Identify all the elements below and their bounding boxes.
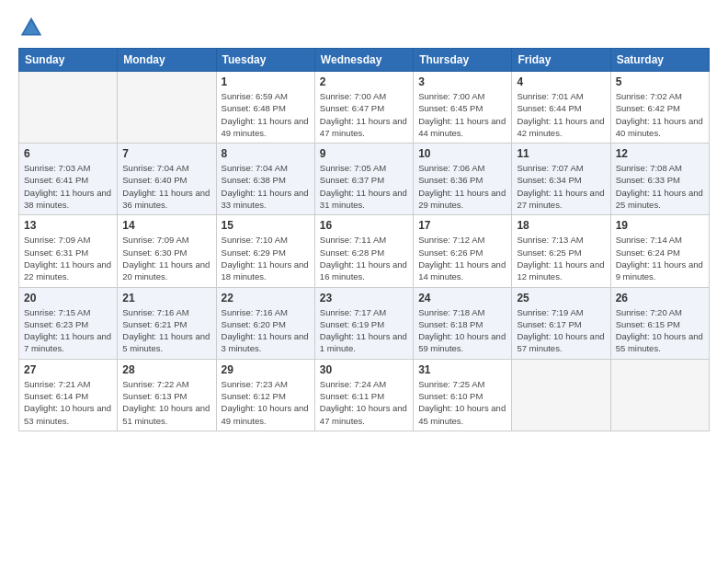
- day-number: 23: [320, 292, 408, 304]
- calendar-cell: 12Sunrise: 7:08 AM Sunset: 6:33 PM Dayli…: [610, 144, 709, 215]
- weekday-header-friday: Friday: [512, 49, 610, 72]
- calendar-cell: 8Sunrise: 7:04 AM Sunset: 6:38 PM Daylig…: [216, 144, 314, 215]
- day-info: Sunrise: 7:16 AM Sunset: 6:21 PM Dayligh…: [122, 306, 210, 355]
- week-row-1: 1Sunrise: 6:59 AM Sunset: 6:48 PM Daylig…: [19, 72, 710, 144]
- day-info: Sunrise: 7:10 AM Sunset: 6:29 PM Dayligh…: [222, 234, 310, 282]
- calendar-cell: 5Sunrise: 7:02 AM Sunset: 6:42 PM Daylig…: [610, 72, 709, 144]
- calendar-cell: 16Sunrise: 7:11 AM Sunset: 6:28 PM Dayli…: [314, 215, 413, 287]
- weekday-header-saturday: Saturday: [610, 49, 709, 72]
- day-number: 14: [122, 219, 210, 232]
- day-info: Sunrise: 7:18 AM Sunset: 6:18 PM Dayligh…: [418, 306, 506, 355]
- day-info: Sunrise: 7:24 AM Sunset: 6:11 PM Dayligh…: [320, 378, 408, 427]
- calendar-cell: 25Sunrise: 7:19 AM Sunset: 6:17 PM Dayli…: [512, 287, 610, 359]
- day-info: Sunrise: 7:21 AM Sunset: 6:14 PM Dayligh…: [24, 378, 112, 427]
- weekday-header-wednesday: Wednesday: [314, 49, 413, 72]
- calendar-cell: 22Sunrise: 7:16 AM Sunset: 6:20 PM Dayli…: [216, 287, 314, 359]
- day-info: Sunrise: 7:16 AM Sunset: 6:20 PM Dayligh…: [222, 306, 310, 355]
- day-number: 25: [517, 292, 605, 304]
- day-info: Sunrise: 7:25 AM Sunset: 6:10 PM Dayligh…: [418, 378, 506, 427]
- calendar-cell: 31Sunrise: 7:25 AM Sunset: 6:10 PM Dayli…: [414, 359, 512, 431]
- day-number: 22: [222, 292, 310, 304]
- calendar-cell: 30Sunrise: 7:24 AM Sunset: 6:11 PM Dayli…: [314, 359, 413, 431]
- day-number: 9: [320, 147, 408, 160]
- weekday-header-thursday: Thursday: [414, 49, 512, 72]
- calendar-cell: 6Sunrise: 7:03 AM Sunset: 6:41 PM Daylig…: [19, 144, 118, 215]
- day-info: Sunrise: 7:14 AM Sunset: 6:24 PM Dayligh…: [616, 234, 704, 282]
- weekday-header-sunday: Sunday: [19, 49, 118, 72]
- weekday-header-tuesday: Tuesday: [216, 49, 314, 72]
- calendar-cell: 24Sunrise: 7:18 AM Sunset: 6:18 PM Dayli…: [414, 287, 512, 359]
- day-info: Sunrise: 7:06 AM Sunset: 6:36 PM Dayligh…: [418, 162, 506, 211]
- day-number: 13: [24, 219, 112, 232]
- calendar-cell: 10Sunrise: 7:06 AM Sunset: 6:36 PM Dayli…: [414, 144, 512, 215]
- day-number: 6: [24, 147, 112, 160]
- day-number: 4: [517, 75, 605, 88]
- calendar-cell: 3Sunrise: 7:00 AM Sunset: 6:45 PM Daylig…: [414, 72, 512, 144]
- calendar-cell: 2Sunrise: 7:00 AM Sunset: 6:47 PM Daylig…: [314, 72, 413, 144]
- day-number: 31: [418, 363, 506, 376]
- calendar-cell: 21Sunrise: 7:16 AM Sunset: 6:21 PM Dayli…: [118, 287, 216, 359]
- page: SundayMondayTuesdayWednesdayThursdayFrid…: [0, 0, 728, 441]
- week-row-3: 13Sunrise: 7:09 AM Sunset: 6:31 PM Dayli…: [19, 215, 710, 287]
- weekday-header-row: SundayMondayTuesdayWednesdayThursdayFrid…: [19, 49, 710, 72]
- day-number: 30: [320, 363, 408, 376]
- day-number: 1: [222, 75, 310, 88]
- day-number: 29: [222, 363, 310, 376]
- calendar-cell: 23Sunrise: 7:17 AM Sunset: 6:19 PM Dayli…: [314, 287, 413, 359]
- calendar-cell: 4Sunrise: 7:01 AM Sunset: 6:44 PM Daylig…: [512, 72, 610, 144]
- day-info: Sunrise: 7:12 AM Sunset: 6:26 PM Dayligh…: [418, 234, 506, 282]
- day-number: 24: [418, 292, 506, 304]
- calendar-cell: 15Sunrise: 7:10 AM Sunset: 6:29 PM Dayli…: [216, 215, 314, 287]
- day-info: Sunrise: 7:08 AM Sunset: 6:33 PM Dayligh…: [616, 162, 704, 211]
- day-info: Sunrise: 7:02 AM Sunset: 6:42 PM Dayligh…: [616, 90, 704, 139]
- calendar-cell: 17Sunrise: 7:12 AM Sunset: 6:26 PM Dayli…: [414, 215, 512, 287]
- day-number: 26: [616, 292, 704, 304]
- calendar-cell: 1Sunrise: 6:59 AM Sunset: 6:48 PM Daylig…: [216, 72, 314, 144]
- calendar-cell: 14Sunrise: 7:09 AM Sunset: 6:30 PM Dayli…: [118, 215, 216, 287]
- day-info: Sunrise: 7:23 AM Sunset: 6:12 PM Dayligh…: [222, 378, 310, 427]
- calendar-cell: 20Sunrise: 7:15 AM Sunset: 6:23 PM Dayli…: [19, 287, 118, 359]
- day-info: Sunrise: 7:04 AM Sunset: 6:38 PM Dayligh…: [222, 162, 310, 211]
- day-info: Sunrise: 7:07 AM Sunset: 6:34 PM Dayligh…: [517, 162, 605, 211]
- day-number: 17: [418, 219, 506, 232]
- day-info: Sunrise: 7:13 AM Sunset: 6:25 PM Dayligh…: [517, 234, 605, 282]
- weekday-header-monday: Monday: [118, 49, 216, 72]
- day-number: 5: [616, 75, 704, 88]
- logo-icon: [18, 15, 44, 40]
- day-info: Sunrise: 7:00 AM Sunset: 6:47 PM Dayligh…: [320, 90, 408, 139]
- day-info: Sunrise: 7:15 AM Sunset: 6:23 PM Dayligh…: [24, 306, 112, 355]
- header: [18, 15, 710, 40]
- day-info: Sunrise: 7:17 AM Sunset: 6:19 PM Dayligh…: [320, 306, 408, 355]
- calendar-cell: [512, 359, 610, 431]
- calendar-cell: 28Sunrise: 7:22 AM Sunset: 6:13 PM Dayli…: [118, 359, 216, 431]
- day-number: 3: [418, 75, 506, 88]
- calendar-cell: [610, 359, 709, 431]
- calendar-cell: 7Sunrise: 7:04 AM Sunset: 6:40 PM Daylig…: [118, 144, 216, 215]
- day-number: 11: [517, 147, 605, 160]
- week-row-2: 6Sunrise: 7:03 AM Sunset: 6:41 PM Daylig…: [19, 144, 710, 215]
- day-info: Sunrise: 7:09 AM Sunset: 6:31 PM Dayligh…: [24, 234, 112, 282]
- day-number: 18: [517, 219, 605, 232]
- calendar-cell: 9Sunrise: 7:05 AM Sunset: 6:37 PM Daylig…: [314, 144, 413, 215]
- day-number: 16: [320, 219, 408, 232]
- day-info: Sunrise: 7:19 AM Sunset: 6:17 PM Dayligh…: [517, 306, 605, 355]
- day-info: Sunrise: 7:20 AM Sunset: 6:15 PM Dayligh…: [616, 306, 704, 355]
- day-number: 19: [616, 219, 704, 232]
- day-number: 27: [24, 363, 112, 376]
- day-number: 21: [122, 292, 210, 304]
- calendar-cell: [118, 72, 216, 144]
- calendar-cell: 13Sunrise: 7:09 AM Sunset: 6:31 PM Dayli…: [19, 215, 118, 287]
- calendar-table: SundayMondayTuesdayWednesdayThursdayFrid…: [18, 48, 710, 431]
- day-number: 10: [418, 147, 506, 160]
- day-info: Sunrise: 7:22 AM Sunset: 6:13 PM Dayligh…: [122, 378, 210, 427]
- calendar-cell: 11Sunrise: 7:07 AM Sunset: 6:34 PM Dayli…: [512, 144, 610, 215]
- day-info: Sunrise: 7:04 AM Sunset: 6:40 PM Dayligh…: [122, 162, 210, 211]
- day-number: 7: [122, 147, 210, 160]
- day-info: Sunrise: 7:03 AM Sunset: 6:41 PM Dayligh…: [24, 162, 112, 211]
- day-info: Sunrise: 7:01 AM Sunset: 6:44 PM Dayligh…: [517, 90, 605, 139]
- day-number: 15: [222, 219, 310, 232]
- week-row-4: 20Sunrise: 7:15 AM Sunset: 6:23 PM Dayli…: [19, 287, 710, 359]
- day-number: 2: [320, 75, 408, 88]
- day-info: Sunrise: 7:00 AM Sunset: 6:45 PM Dayligh…: [418, 90, 506, 139]
- calendar-cell: [19, 72, 118, 144]
